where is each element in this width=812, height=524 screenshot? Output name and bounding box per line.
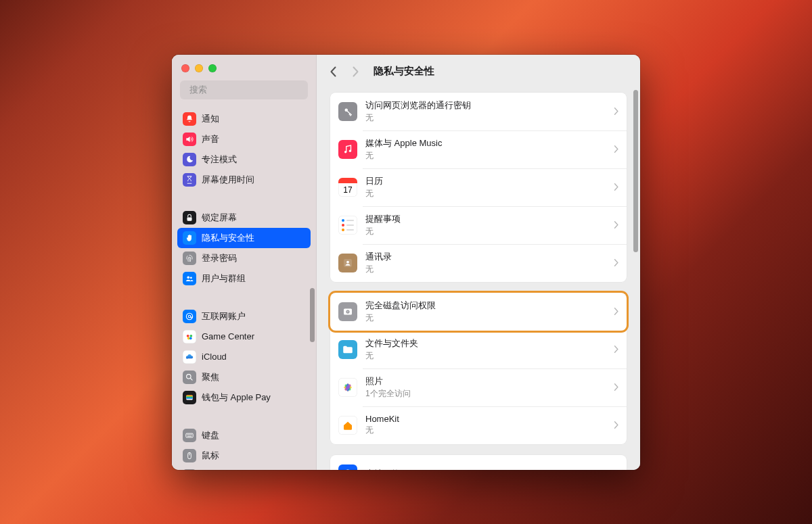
close-window-button[interactable] xyxy=(181,64,189,72)
sidebar-item[interactable]: 隐私与安全性 xyxy=(177,228,311,248)
settings-row[interactable]: 提醒事项无 xyxy=(330,206,627,244)
sidebar-item[interactable]: 屏幕使用时间 xyxy=(177,170,311,190)
svg-point-24 xyxy=(344,151,346,153)
search-input[interactable] xyxy=(189,85,303,95)
folder-icon xyxy=(338,340,357,359)
sidebar-item-label: 屏幕使用时间 xyxy=(202,174,254,186)
system-settings-window: 通知声音专注模式屏幕使用时间锁定屏幕隐私与安全性登录密码用户与群组互联网账户Ga… xyxy=(172,55,640,470)
settings-list: 访问网页浏览器的通行密钥无媒体与 Apple Music无17日历无提醒事项无通… xyxy=(317,89,640,470)
sidebar-item[interactable]: 互联网账户 xyxy=(177,306,311,327)
back-button[interactable] xyxy=(326,62,341,82)
settings-row[interactable]: 照片1个完全访问 xyxy=(330,368,627,406)
settings-row[interactable]: 访问网页浏览器的通行密钥无 xyxy=(330,93,627,130)
window-controls xyxy=(172,55,316,78)
sidebar-item[interactable]: 钱包与 Apple Pay xyxy=(177,387,311,408)
svg-rect-14 xyxy=(186,395,192,396)
chevron-right-icon xyxy=(614,145,618,153)
calendar-icon: 17 xyxy=(338,178,357,197)
lock-icon xyxy=(183,211,196,224)
svg-point-27 xyxy=(346,260,349,263)
settings-row[interactable]: 媒体与 Apple Music无 xyxy=(330,130,627,168)
row-subtitle: 无 xyxy=(365,264,606,275)
row-subtitle: 无 xyxy=(365,112,606,124)
svg-rect-15 xyxy=(186,396,192,398)
sidebar-item[interactable]: 聚焦 xyxy=(177,367,311,387)
search-field[interactable] xyxy=(180,80,308,99)
sidebar-item[interactable]: iCloud xyxy=(177,347,311,367)
photos-icon xyxy=(338,378,357,397)
svg-point-8 xyxy=(189,334,192,337)
sidebar-scrollbar[interactable] xyxy=(310,288,315,342)
settings-row[interactable]: 17日历无 xyxy=(330,168,627,206)
sidebar-item-label: iCloud xyxy=(202,352,227,362)
sidebar-item[interactable]: 通知 xyxy=(177,109,311,129)
sidebar-item-label: 钱包与 Apple Pay xyxy=(202,391,271,404)
forward-button[interactable] xyxy=(348,62,363,82)
sidebar-item[interactable]: 打印机与扫描仪 xyxy=(177,466,311,470)
settings-card: 访问网页浏览器的通行密钥无媒体与 Apple Music无17日历无提醒事项无通… xyxy=(330,93,627,282)
row-subtitle: 无 xyxy=(365,425,606,436)
hourglass-icon xyxy=(183,173,196,187)
sidebar-item[interactable]: 专注模式 xyxy=(177,149,311,170)
row-title: 访问网页浏览器的通行密钥 xyxy=(365,99,606,112)
row-title: 日历 xyxy=(365,175,606,187)
chevron-right-icon xyxy=(614,183,618,191)
reminders-icon xyxy=(338,216,357,235)
svg-rect-2 xyxy=(187,217,192,220)
row-title: HomeKit xyxy=(365,414,606,424)
settings-row[interactable]: HomeKit无 xyxy=(330,406,627,444)
settings-card: 完全磁盘访问权限无文件与文件夹无照片1个完全访问HomeKit无 xyxy=(330,293,627,444)
sidebar-item[interactable]: 声音 xyxy=(177,129,311,149)
sidebar-item-label: 声音 xyxy=(202,133,219,145)
row-subtitle: 无 xyxy=(365,226,606,237)
content-pane: 隐私与安全性 访问网页浏览器的通行密钥无媒体与 Apple Music无17日历… xyxy=(317,55,640,470)
row-subtitle: 无 xyxy=(365,150,606,162)
sidebar: 通知声音专注模式屏幕使用时间锁定屏幕隐私与安全性登录密码用户与群组互联网账户Ga… xyxy=(172,55,317,470)
settings-row[interactable]: 完全磁盘访问权限无 xyxy=(330,293,627,331)
svg-point-25 xyxy=(349,149,351,151)
svg-line-12 xyxy=(190,378,192,380)
svg-rect-17 xyxy=(186,433,194,437)
gc-icon xyxy=(183,330,196,343)
home-icon xyxy=(338,416,357,435)
row-subtitle: 无 xyxy=(365,312,606,324)
chevron-right-icon xyxy=(614,346,618,353)
sidebar-item-label: 锁定屏幕 xyxy=(202,212,237,224)
row-title: 完全磁盘访问权限 xyxy=(365,300,606,312)
sidebar-list: 通知声音专注模式屏幕使用时间锁定屏幕隐私与安全性登录密码用户与群组互联网账户Ga… xyxy=(172,106,316,470)
sidebar-item-label: 通知 xyxy=(202,113,219,125)
row-trailing-count: 0 xyxy=(604,469,608,470)
sidebar-item-label: 登录密码 xyxy=(202,252,237,264)
disk-icon xyxy=(338,302,357,321)
sidebar-item[interactable]: 键盘 xyxy=(177,425,311,446)
chevron-right-icon xyxy=(352,66,359,77)
row-subtitle: 无 xyxy=(365,350,606,362)
settings-row[interactable]: 文件与文件夹无 xyxy=(330,331,627,368)
sidebar-item[interactable]: 鼠标 xyxy=(177,446,311,466)
speaker-icon xyxy=(183,133,196,146)
svg-point-3 xyxy=(187,276,189,279)
minimize-window-button[interactable] xyxy=(195,64,203,72)
row-title: 通讯录 xyxy=(365,251,606,263)
bell-icon xyxy=(183,112,196,126)
hand-icon xyxy=(183,231,196,245)
chevron-right-icon xyxy=(614,383,618,391)
sidebar-item[interactable]: 用户与群组 xyxy=(177,268,311,289)
sidebar-item[interactable]: 锁定屏幕 xyxy=(177,208,311,228)
sidebar-item[interactable]: 登录密码 xyxy=(177,248,311,268)
sidebar-item-label: 互联网账户 xyxy=(202,310,246,323)
zoom-window-button[interactable] xyxy=(208,64,217,72)
settings-row[interactable]: 通讯录无 xyxy=(330,244,627,282)
chevron-right-icon xyxy=(614,308,618,315)
svg-point-4 xyxy=(190,277,192,279)
settings-row[interactable]: 本地网络0 xyxy=(330,455,627,470)
chevron-right-icon xyxy=(614,108,618,115)
svg-point-10 xyxy=(189,337,192,339)
sidebar-item[interactable]: Game Center xyxy=(177,327,311,347)
chevron-right-icon xyxy=(614,221,618,229)
sidebar-item-label: 专注模式 xyxy=(202,153,237,166)
chevron-right-icon xyxy=(614,259,618,266)
sidebar-item-label: Game Center xyxy=(202,331,254,341)
content-scrollbar[interactable] xyxy=(633,90,638,252)
row-subtitle: 无 xyxy=(365,188,606,199)
